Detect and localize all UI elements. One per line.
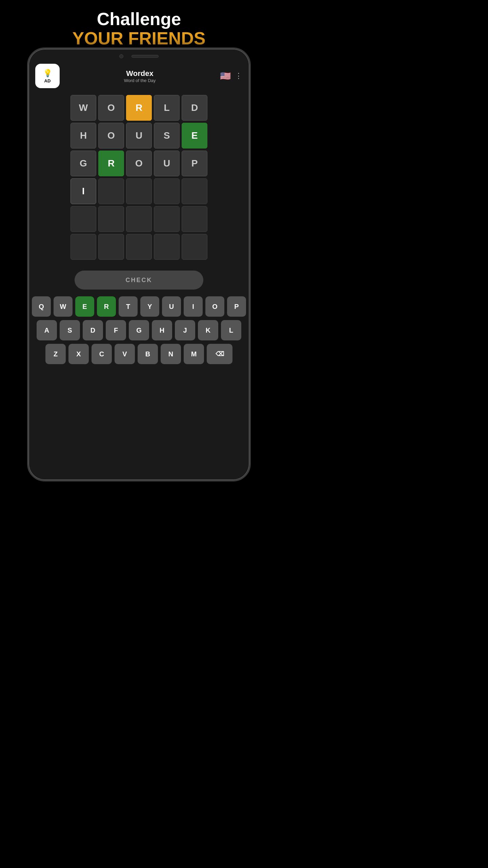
key-u[interactable]: U [162, 296, 181, 317]
grid-cell-1-4: E [182, 123, 207, 149]
header-icons: 🇺🇸 ⋮ [220, 71, 243, 81]
grid-row-5 [70, 234, 207, 260]
promo-text: Challenge YOUR FRIENDS [0, 0, 278, 54]
grid-cell-3-4 [182, 178, 207, 204]
ad-label: AD [44, 78, 51, 83]
grid-cell-4-4 [182, 206, 207, 232]
grid-cell-3-1 [98, 178, 124, 204]
grid-cell-3-0: I [70, 178, 96, 204]
grid-cell-0-1: O [98, 95, 124, 121]
key-y[interactable]: Y [140, 296, 159, 317]
keyboard-row-2: ZXCVBNM⌫ [32, 344, 246, 364]
grid-cell-2-1: R [98, 151, 124, 176]
key-m[interactable]: M [184, 344, 204, 364]
phone-side-button [249, 164, 251, 181]
grid-cell-1-3: S [154, 123, 180, 149]
key-p[interactable]: P [227, 296, 246, 317]
phone-camera [119, 54, 123, 58]
grid-cell-5-1 [98, 234, 124, 260]
grid-cell-4-3 [154, 206, 180, 232]
grid-row-4 [70, 206, 207, 232]
bulb-icon: 💡 [43, 69, 52, 78]
key-x[interactable]: X [68, 344, 89, 364]
key-j[interactable]: J [175, 320, 195, 340]
grid-cell-2-0: G [70, 151, 96, 176]
grid-cell-4-2 [126, 206, 152, 232]
flag-icon[interactable]: 🇺🇸 [220, 71, 231, 81]
keyboard: QWERTYUIOPASDFGHJKLZXCVBNM⌫ [28, 293, 249, 373]
check-button-wrap: CHECK [28, 264, 249, 293]
key-o[interactable]: O [205, 296, 224, 317]
your-friends-label: YOUR FRIENDS [0, 29, 278, 48]
key-d[interactable]: D [83, 320, 103, 340]
key-n[interactable]: N [161, 344, 181, 364]
key-a[interactable]: A [37, 320, 57, 340]
more-options-icon[interactable]: ⋮ [235, 72, 243, 80]
key-t[interactable]: T [119, 296, 138, 317]
app-title: Wordex [60, 69, 220, 78]
key-q[interactable]: Q [32, 296, 51, 317]
grid-cell-0-3: L [154, 95, 180, 121]
grid-row-1: HOUSE [70, 123, 207, 149]
key-f[interactable]: F [106, 320, 126, 340]
key-l[interactable]: L [221, 320, 241, 340]
grid-cell-1-2: U [126, 123, 152, 149]
phone-speaker [131, 55, 159, 58]
key-b[interactable]: B [138, 344, 158, 364]
grid-cell-2-2: O [126, 151, 152, 176]
key-c[interactable]: C [92, 344, 112, 364]
app-subtitle: Word of the Day [60, 78, 220, 83]
grid-cell-0-0: W [70, 95, 96, 121]
game-grid: WORLDHOUSEGROUPI [28, 91, 249, 264]
grid-row-2: GROUP [70, 151, 207, 176]
grid-cell-5-0 [70, 234, 96, 260]
keyboard-row-1: ASDFGHJKL [32, 320, 246, 340]
grid-cell-5-3 [154, 234, 180, 260]
key-h[interactable]: H [152, 320, 172, 340]
phone-frame: 💡 AD Wordex Word of the Day 🇺🇸 ⋮ WORLDHO… [27, 47, 251, 481]
keyboard-row-0: QWERTYUIOP [32, 296, 246, 317]
key-z[interactable]: Z [45, 344, 66, 364]
key-k[interactable]: K [198, 320, 218, 340]
grid-cell-0-4: D [182, 95, 207, 121]
phone-top-bar [28, 49, 249, 61]
key-r[interactable]: R [97, 296, 116, 317]
grid-cell-4-0 [70, 206, 96, 232]
key-w[interactable]: W [54, 296, 73, 317]
grid-cell-3-2 [126, 178, 152, 204]
grid-cell-5-2 [126, 234, 152, 260]
key-s[interactable]: S [60, 320, 80, 340]
key-g[interactable]: G [129, 320, 149, 340]
key-⌫[interactable]: ⌫ [207, 344, 232, 364]
app-title-wrap: Wordex Word of the Day [60, 69, 220, 83]
app-header: 💡 AD Wordex Word of the Day 🇺🇸 ⋮ [28, 61, 249, 91]
check-button[interactable]: CHECK [75, 271, 203, 290]
key-e[interactable]: E [75, 296, 94, 317]
grid-cell-3-3 [154, 178, 180, 204]
grid-cell-5-4 [182, 234, 207, 260]
key-i[interactable]: I [184, 296, 203, 317]
key-v[interactable]: V [115, 344, 135, 364]
grid-cell-1-0: H [70, 123, 96, 149]
grid-cell-2-4: P [182, 151, 207, 176]
ad-icon: 💡 AD [35, 64, 60, 88]
grid-row-3: I [70, 178, 207, 204]
grid-cell-0-2: R [126, 95, 152, 121]
grid-row-0: WORLD [70, 95, 207, 121]
grid-cell-2-3: U [154, 151, 180, 176]
grid-cell-4-1 [98, 206, 124, 232]
grid-cell-1-1: O [98, 123, 124, 149]
challenge-label: Challenge [0, 9, 278, 29]
